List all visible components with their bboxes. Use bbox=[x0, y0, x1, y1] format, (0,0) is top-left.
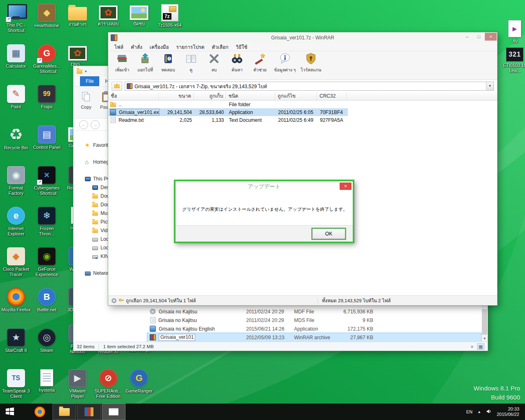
close-button[interactable]: × bbox=[485, 33, 497, 41]
app-icon bbox=[150, 326, 156, 332]
file-name-text: .. bbox=[119, 102, 122, 107]
taskbar-firefox-button[interactable] bbox=[28, 404, 52, 420]
winrar-titlebar[interactable]: Grisaia_ver101.7z - WinRAR – □ × bbox=[108, 32, 497, 43]
icons-view-button[interactable]: ▦ bbox=[477, 343, 484, 350]
start-button[interactable] bbox=[0, 404, 20, 420]
desktop-icon-starcraft-ii[interactable]: ★StarCraft II bbox=[1, 328, 31, 353]
copy-icon bbox=[80, 91, 92, 104]
desktop-icon-teamspeak-3-client[interactable]: TSTeamSpeak 3 Client bbox=[1, 369, 31, 399]
menu-item-2[interactable]: เครื่องมือ bbox=[146, 43, 173, 51]
toolbar-button-test[interactable]: ทดสอบ bbox=[158, 52, 179, 78]
taskbar-updater-button[interactable] bbox=[102, 404, 126, 420]
file-name-cell: Grisaia_ver101.exe bbox=[109, 109, 159, 115]
volume-icon[interactable] bbox=[486, 409, 492, 415]
back-button[interactable]: ← bbox=[79, 120, 88, 129]
dialog-titlebar[interactable]: アップデート × bbox=[176, 181, 353, 192]
menu-item-1[interactable]: คำสั่ง bbox=[127, 43, 146, 51]
desktop-icon-cybergames-shortcut[interactable]: ×↗Cybergames - Shortcut bbox=[32, 166, 62, 196]
desktop-icon-gameranger[interactable]: GGameRanger bbox=[124, 369, 154, 394]
scroll-down-icon[interactable]: ▼ bbox=[482, 336, 488, 342]
desktop-icon-cisco-packet-tracer[interactable]: ◆Cisco Packet Tracer bbox=[1, 247, 31, 277]
menu-item-5[interactable]: วิธีใช้ bbox=[232, 43, 251, 51]
archive-row[interactable]: Grisaia_ver101.exe29,141,50428,533,640Ap… bbox=[109, 108, 348, 116]
column-header-1[interactable]: ขนาด bbox=[159, 92, 194, 100]
toolbar-button-info[interactable]: ข้อมูลต่าง ๆ bbox=[272, 52, 297, 78]
desktop-icon-internet-explorer[interactable]: eInternet Explorer bbox=[1, 206, 31, 237]
toolbar-button-wizard[interactable]: ตัวช่วย bbox=[249, 52, 271, 78]
desktop-icon-label: VMware Player bbox=[62, 388, 93, 399]
archive-row[interactable]: ..File folder bbox=[109, 100, 348, 108]
desktop-icon-budsob[interactable]: บัดซบ bbox=[124, 3, 154, 27]
desktop-icon-recycle-bin[interactable]: ♻Recycle Bin bbox=[1, 125, 31, 151]
toolbar-button-delete[interactable]: ลบ bbox=[203, 52, 225, 78]
scrollbar-thumb[interactable] bbox=[482, 309, 487, 335]
desktop-icon-paint[interactable]: ✎Paint bbox=[1, 84, 31, 110]
desktop-icon-geforce-experience[interactable]: ◉GeForce Experience bbox=[32, 247, 62, 277]
rename-input[interactable]: Grisaia_ver101 bbox=[159, 334, 195, 341]
hidden-icons-icon[interactable]: ▲ bbox=[477, 410, 481, 414]
toolbar-button-find[interactable]: ค้นหา bbox=[226, 52, 248, 78]
details-view-button[interactable]: ≡ bbox=[468, 343, 476, 350]
toolbar-button-view[interactable]: ดู bbox=[180, 52, 202, 78]
toolbar-button-scan[interactable]: ไวรัสสแกน bbox=[299, 52, 323, 78]
toolbar-button-add[interactable]: เพิ่มเข้า bbox=[112, 52, 133, 78]
desktop-icon-dns[interactable]: DNS... bbox=[62, 44, 93, 67]
archive-row[interactable]: Readme.txt2,0251,133Text Document2011/02… bbox=[109, 116, 348, 124]
explorer-file-row[interactable]: Grisaia no Kajitsu2011/02/24 20:29MDF Fi… bbox=[147, 307, 481, 316]
desktop-icon-calculator[interactable]: ▦Calculator bbox=[1, 44, 31, 69]
app-window-icon bbox=[109, 408, 119, 415]
update-dialog[interactable]: アップデート × グリザイアの果実はインストールされていません。アップデートを終… bbox=[174, 180, 354, 243]
format-factory-icon: ◉ bbox=[7, 166, 25, 184]
column-header-2[interactable]: ถูกเก็บ bbox=[194, 92, 226, 100]
desktop-icon-garena-messenger[interactable]: G↗GarenaMes... - Shortcut bbox=[32, 44, 62, 74]
explorer-file-row[interactable]: Grisaia no Kajitsu2011/02/24 20:29MDS Fi… bbox=[147, 316, 481, 324]
column-header-0[interactable]: ชื่อ bbox=[108, 92, 159, 100]
taskbar-clock[interactable]: 20:33 2015/06/22 bbox=[497, 406, 519, 417]
desktop-icon-control-panel[interactable]: ▤Control Panel bbox=[32, 125, 62, 150]
dialog-close-icon[interactable]: × bbox=[340, 183, 352, 190]
desktop-icon-fraps[interactable]: 99Fraps bbox=[32, 84, 62, 110]
archive-path-combobox[interactable]: Grisaia_ver101.7z - เอกสาร 7-Zip, ขนาดจร… bbox=[125, 82, 494, 91]
column-header-3[interactable]: ชนิด bbox=[226, 92, 275, 100]
toolbar-button-extract[interactable]: แยกไปที่ bbox=[135, 52, 156, 78]
desktop-icon-superantispyware[interactable]: ⊘SUPERAnti... Free Edition bbox=[93, 369, 123, 399]
desktop-icon-hearthstone[interactable]: ◆Hearthstone bbox=[32, 3, 62, 28]
desktop-icon-7z1505-x64[interactable]: 7z1505-x64 bbox=[155, 3, 185, 28]
explorer-file-row[interactable]: Grisaia no Kajitsu English2015/06/21 14:… bbox=[147, 324, 481, 333]
maximize-button[interactable]: □ bbox=[473, 33, 485, 41]
desktop-icon-flv-file[interactable]: .flv bbox=[500, 20, 525, 44]
file-name-cell: Readme.txt bbox=[109, 117, 159, 123]
desktop-icon-steam[interactable]: ◎Steam bbox=[32, 328, 62, 353]
desktop-icon-frozen-throne[interactable]: ❄Frozen Thron... bbox=[32, 206, 62, 237]
tab-file[interactable]: File bbox=[80, 76, 99, 86]
network-icon bbox=[85, 272, 91, 276]
explorer-file-row[interactable]: Grisaia_ver1012012/05/09 13:23WinRAR arc… bbox=[147, 333, 481, 342]
menu-item-4[interactable]: ตัวเลือก bbox=[208, 43, 232, 51]
desktop-icon-mozilla-firefox[interactable]: Mozilla Firefox bbox=[1, 288, 31, 313]
gameranger-icon: G bbox=[130, 369, 148, 387]
column-header-4[interactable]: ถูกแก้ไข bbox=[275, 92, 317, 100]
minimize-button[interactable]: – bbox=[461, 33, 473, 41]
combo-dropdown-icon[interactable]: ▼ bbox=[486, 82, 493, 90]
desktop-icon-hysteria[interactable]: hysteria bbox=[32, 369, 62, 393]
desktop-icon-tarang-sob[interactable]: ตารางสอบ bbox=[93, 3, 123, 27]
up-directory-button[interactable] bbox=[112, 82, 122, 91]
desktop-icon-eti0103[interactable]: 321ETI0103 15 Lea... bbox=[500, 45, 525, 73]
desktop-icon-battle-net[interactable]: BBattle.net bbox=[32, 288, 62, 313]
menu-item-0[interactable]: ไฟล์ bbox=[111, 43, 127, 51]
taskbar-explorer-button[interactable] bbox=[52, 404, 76, 420]
winrar-window[interactable]: Grisaia_ver101.7z - WinRAR – □ × ไฟล์คำส… bbox=[108, 32, 498, 306]
desktop-icon-ngan-tang-tang[interactable]: งานต่างๆ bbox=[62, 3, 93, 27]
forward-button[interactable]: → bbox=[91, 120, 100, 129]
menu-item-3[interactable]: รายการโปรด bbox=[173, 43, 208, 51]
desktop-icon-this-pc-shortcut[interactable]: ↗This PC - Shortcut bbox=[1, 3, 31, 33]
column-header-5[interactable]: CRC32 bbox=[317, 92, 347, 100]
items-count: 32 items bbox=[77, 344, 94, 349]
taskbar-winrar-button[interactable] bbox=[77, 404, 101, 420]
desktop-icon-format-factory[interactable]: ◉Format Factory bbox=[1, 166, 31, 196]
language-indicator[interactable]: EN bbox=[466, 409, 472, 414]
desktop-icon-vmware-player[interactable]: ▶VMware Player bbox=[62, 369, 93, 399]
copy-button[interactable]: Copy bbox=[77, 88, 96, 117]
ok-button[interactable]: OK bbox=[312, 228, 345, 239]
quick-access-chevron-icon[interactable]: ▾ bbox=[85, 69, 87, 73]
